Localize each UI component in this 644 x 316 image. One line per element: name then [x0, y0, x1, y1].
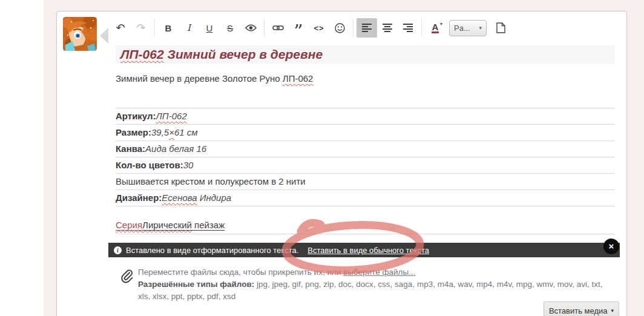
- upload-prompt: Переместите файлы сюда, чтобы прикрепить…: [138, 266, 610, 278]
- spec-value: ×: [169, 127, 174, 137]
- insert-media-label: Вставить медиа: [549, 306, 608, 315]
- paste-as-plain-text-link[interactable]: Вставить в виде обычного текста: [307, 246, 429, 255]
- choose-files-link[interactable]: выберите файлы...: [343, 268, 415, 277]
- series-value-link[interactable]: пейзаж: [192, 220, 225, 231]
- spec-value: 61 см: [174, 127, 198, 137]
- post-title-text: Зимний вечер в деревне: [164, 47, 323, 61]
- upload-dropzone[interactable]: Переместите файлы сюда, чтобы прикрепить…: [138, 266, 610, 303]
- speech-bubble-arrow: [100, 28, 108, 44]
- spec-value: 30: [183, 160, 194, 170]
- notification-message: Вставлено в виде отформатированного текс…: [126, 246, 298, 255]
- spec-row-articul: Артикул:ЛП-062: [116, 108, 615, 125]
- close-icon: ×: [609, 241, 614, 251]
- spec-label: Кол-во цветов:: [116, 160, 183, 170]
- info-icon: i: [114, 246, 122, 254]
- spec-label: Дизайнер:: [116, 193, 162, 203]
- stitch-note: Вышивается крестом и полукрестом в 2 нит…: [116, 176, 306, 186]
- spec-row-designer: Дизайнер:Есенова Индира: [116, 190, 615, 206]
- spec-value: Индира: [197, 193, 231, 203]
- insert-media-button[interactable]: Вставить медиа ▾: [544, 301, 619, 316]
- series-value-link[interactable]: Лирический: [142, 220, 192, 231]
- allowed-types-list: xls, xlsx, ppt, pptx, pdf, xsd: [138, 292, 235, 301]
- spec-row-size: Размер:39,5×61 см: [116, 125, 615, 141]
- spec-label: Размер:: [116, 127, 151, 137]
- post-subtitle-code: ЛП-062: [283, 73, 314, 84]
- post-editor-panel: ↶ ↷ B I U S ” <>: [56, 11, 627, 316]
- spec-label: Канва:: [116, 143, 145, 154]
- spec-value: Аида белая 16: [145, 143, 206, 154]
- paperclip-icon: [119, 268, 134, 285]
- spec-label: Артикул:: [116, 111, 156, 121]
- post-subtitle: Зимний вечер в деревне Золотое Руно ЛП-0…: [116, 73, 313, 84]
- upload-prompt-text: Переместите файлы сюда, чтобы прикрепить…: [138, 268, 343, 277]
- spec-value: ЛП-062: [156, 111, 187, 121]
- allowed-types-line: Разрешённые типы файлов: jpg, jpeg, gif,…: [138, 278, 610, 291]
- series-label-link[interactable]: Серия: [116, 220, 142, 231]
- spec-value: 39,5: [151, 127, 169, 137]
- spec-row-canvas: Канва:Аида белая 16: [116, 141, 615, 157]
- allowed-types-label: Разрешённые типы файлов:: [138, 280, 254, 289]
- post-subtitle-text: Зимний вечер в деревне Золотое Руно: [116, 73, 283, 84]
- spec-table: Артикул:ЛП-062 Размер:39,5×61 см Канва:А…: [116, 108, 615, 206]
- user-avatar[interactable]: [63, 17, 97, 51]
- post-title-code: ЛП-062: [120, 47, 164, 61]
- caret-down-icon: ▾: [611, 308, 614, 314]
- post-title: ЛП-062 Зимний вечер в деревне: [116, 45, 615, 64]
- allowed-types-list: jpg, jpeg, gif, png, zip, doc, docx, css…: [254, 280, 602, 289]
- spec-row-stitch: Вышивается крестом и полукрестом в 2 нит…: [116, 174, 615, 190]
- close-notification-button[interactable]: ×: [603, 239, 619, 254]
- spec-value: Есенова: [162, 193, 197, 203]
- avatar-image: [63, 17, 97, 51]
- allowed-types-line2: xls, xlsx, ppt, pptx, pdf, xsd: [138, 291, 610, 303]
- paste-notification-bar: i Вставлено в виде отформатированного те…: [108, 243, 620, 257]
- series-row: СерияЛирический пейзаж: [116, 218, 615, 234]
- spec-row-colors: Кол-во цветов:30: [116, 157, 615, 174]
